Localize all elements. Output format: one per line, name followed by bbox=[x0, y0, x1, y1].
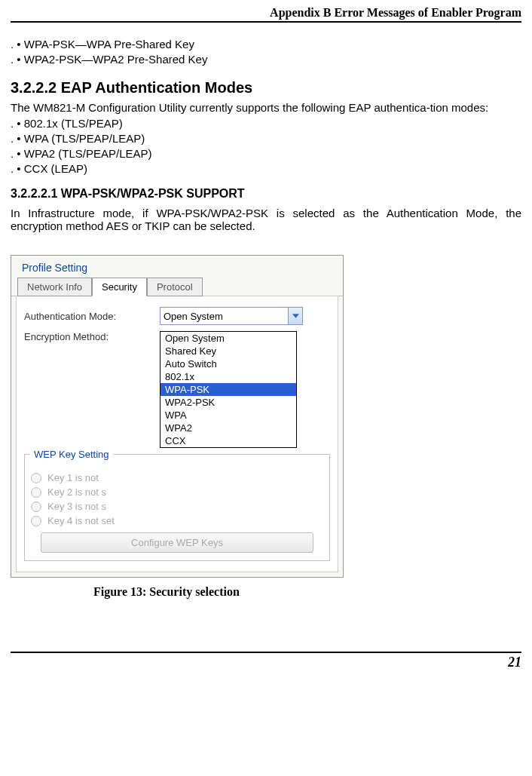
eap-bullet-1: . • 802.1x (TLS/PEAP) bbox=[11, 117, 521, 130]
dialog-title: Profile Setting bbox=[11, 256, 343, 277]
dropdown-option-wpa-psk[interactable]: WPA-PSK bbox=[161, 383, 296, 396]
configure-wep-keys-button: Configure WEP Keys bbox=[41, 532, 313, 553]
figure-caption-prefix: Figure 13: bbox=[93, 585, 149, 598]
auth-mode-label: Authentication Mode: bbox=[24, 311, 160, 322]
auth-mode-dropdown[interactable]: Open System Shared Key Auto Switch 802.1… bbox=[160, 331, 297, 448]
radio-icon bbox=[31, 516, 41, 526]
wep-key-2-radio: Key 2 is not s bbox=[31, 486, 323, 498]
chevron-down-icon[interactable] bbox=[288, 308, 302, 324]
dropdown-option-auto-switch[interactable]: Auto Switch bbox=[161, 357, 296, 370]
wep-key-1-label: Key 1 is not bbox=[47, 472, 99, 483]
heading-3-2-2-2-1: 3.2.2.2.1 WPA-PSK/WPA2-PSK SUPPORT bbox=[11, 187, 521, 201]
auth-mode-combo-value: Open System bbox=[164, 311, 223, 322]
dropdown-option-8021x[interactable]: 802.1x bbox=[161, 370, 296, 383]
wep-key-2-label: Key 2 is not s bbox=[47, 486, 106, 498]
eap-bullet-3: . • WPA2 (TLS/PEAP/LEAP) bbox=[11, 147, 521, 160]
wpa-psk-paragraph: In Infrastructure mode, if WPA-PSK/WPA2-… bbox=[11, 207, 521, 232]
wep-key-1-radio: Key 1 is not bbox=[31, 472, 323, 483]
radio-icon bbox=[31, 473, 41, 483]
dropdown-option-shared-key[interactable]: Shared Key bbox=[161, 345, 296, 357]
tab-security[interactable]: Security bbox=[92, 278, 147, 296]
dropdown-option-ccx[interactable]: CCX bbox=[161, 434, 296, 447]
auth-mode-combo[interactable]: Open System bbox=[160, 307, 303, 325]
tabs-row: Network Info Security Protocol bbox=[11, 277, 343, 296]
wep-key-3-label: Key 3 is not s bbox=[47, 501, 106, 512]
dropdown-option-wpa2-psk[interactable]: WPA2-PSK bbox=[161, 396, 296, 409]
top-bullet-2: . • WPA2-PSK—WPA2 Pre-Shared Key bbox=[11, 53, 521, 66]
eap-bullet-2: . • WPA (TLS/PEAP/LEAP) bbox=[11, 132, 521, 145]
radio-icon bbox=[31, 487, 41, 498]
wep-key-3-radio: Key 3 is not s bbox=[31, 501, 323, 512]
figure-caption: Figure 13: Security selection bbox=[93, 585, 521, 599]
profile-setting-dialog: Profile Setting Network Info Security Pr… bbox=[11, 255, 344, 578]
radio-icon bbox=[31, 501, 41, 512]
dropdown-option-open-system[interactable]: Open System bbox=[161, 332, 296, 345]
wep-key-4-label: Key 4 is not set bbox=[47, 515, 115, 526]
tab-protocol[interactable]: Protocol bbox=[147, 278, 203, 296]
dropdown-option-wpa[interactable]: WPA bbox=[161, 409, 296, 422]
page-number: 21 bbox=[11, 655, 521, 670]
heading-3-2-2-2: 3.2.2.2 EAP Authentication Modes bbox=[11, 79, 521, 97]
enc-method-label: Encryption Method: bbox=[24, 331, 160, 342]
wep-key-setting-group: WEP Key Setting Key 1 is not Key 2 is no… bbox=[24, 454, 330, 561]
footer-rule bbox=[11, 652, 521, 653]
wep-key-4-radio: Key 4 is not set bbox=[31, 515, 323, 526]
tab-network-info[interactable]: Network Info bbox=[17, 278, 92, 296]
eap-bullet-4: . • CCX (LEAP) bbox=[11, 162, 521, 175]
page-header-title: Appendix B Error Messages of Enabler Pro… bbox=[11, 6, 521, 20]
top-bullet-1: . • WPA-PSK—WPA Pre-Shared Key bbox=[11, 38, 521, 51]
wep-legend: WEP Key Setting bbox=[29, 449, 113, 460]
security-panel: Authentication Mode: Open System Encrypt… bbox=[16, 296, 338, 572]
eap-intro-paragraph: The WM821-M Configuration Utility curren… bbox=[11, 101, 521, 114]
header-rule bbox=[11, 21, 521, 23]
figure-caption-text: Security selection bbox=[149, 585, 240, 598]
dropdown-option-wpa2[interactable]: WPA2 bbox=[161, 422, 296, 434]
